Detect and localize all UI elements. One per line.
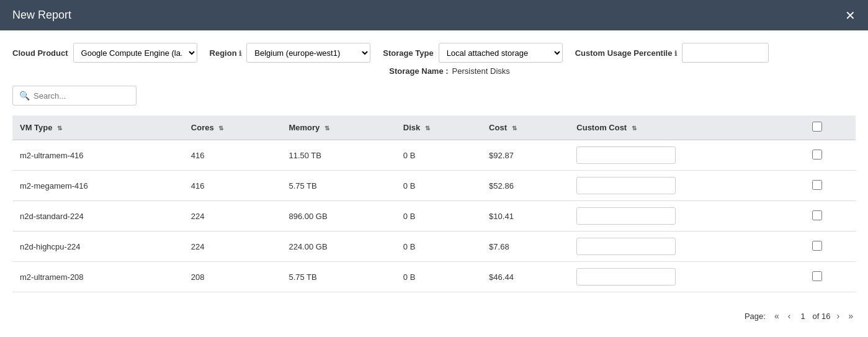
cell-disk: 0 B xyxy=(396,140,481,171)
search-box: 🔍 xyxy=(12,86,136,106)
storage-type-label: Storage Type xyxy=(383,48,433,58)
col-disk: Disk ⇅ xyxy=(396,115,481,140)
cell-memory: 5.75 TB xyxy=(281,171,395,201)
disk-sort-icon[interactable]: ⇅ xyxy=(425,125,430,132)
custom-cost-input-0[interactable] xyxy=(576,146,676,164)
custom-cost-input-1[interactable] xyxy=(576,177,676,194)
col-vm-type: VM Type ⇅ xyxy=(12,115,184,140)
cell-custom-cost xyxy=(569,171,804,201)
first-page-button[interactable]: « xyxy=(772,310,782,322)
col-custom-cost: Custom Cost ⇅ xyxy=(569,115,804,140)
last-page-button[interactable]: » xyxy=(846,310,856,322)
table-row: m2-ultramem-208 208 5.75 TB 0 B $46.44 xyxy=(12,262,856,292)
cloud-product-select[interactable]: Google Compute Engine (la... xyxy=(73,43,197,63)
new-report-modal: New Report ✕ Cloud Product Google Comput… xyxy=(0,0,868,337)
cloud-product-label: Cloud Product xyxy=(12,48,68,58)
memory-sort-icon[interactable]: ⇅ xyxy=(324,125,329,132)
cell-checkbox xyxy=(805,231,856,262)
row-checkbox-1[interactable] xyxy=(812,180,822,190)
cell-memory: 896.00 GB xyxy=(281,201,395,231)
cell-memory: 11.50 TB xyxy=(281,140,395,171)
cloud-product-filter: Cloud Product Google Compute Engine (la.… xyxy=(12,43,197,63)
next-page-button[interactable]: › xyxy=(834,310,843,322)
storage-name-value: Persistent Disks xyxy=(452,66,510,76)
cell-cost: $7.68 xyxy=(481,231,569,262)
cell-cores: 224 xyxy=(184,201,282,231)
cell-checkbox xyxy=(805,262,856,292)
col-cores: Cores ⇅ xyxy=(184,115,282,140)
cell-memory: 224.00 GB xyxy=(281,231,395,262)
vm-type-sort-icon[interactable]: ⇅ xyxy=(57,125,62,132)
table-body: m2-ultramem-416 416 11.50 TB 0 B $92.87 … xyxy=(12,140,856,292)
cell-checkbox xyxy=(805,140,856,171)
filters-section: Cloud Product Google Compute Engine (la.… xyxy=(12,43,856,76)
row-checkbox-0[interactable] xyxy=(812,150,822,160)
cell-cores: 416 xyxy=(184,140,282,171)
region-filter: Region ℹ Belgium (europe-west1) xyxy=(210,43,371,63)
close-button[interactable]: ✕ xyxy=(845,9,856,22)
cell-disk: 0 B xyxy=(396,231,481,262)
search-icon: 🔍 xyxy=(19,91,30,101)
custom-percentile-info-icon[interactable]: ℹ xyxy=(674,50,677,57)
search-input[interactable] xyxy=(34,91,130,101)
cores-sort-icon[interactable]: ⇅ xyxy=(218,125,223,132)
prev-page-button[interactable]: ‹ xyxy=(785,310,794,322)
cell-cores: 416 xyxy=(184,171,282,201)
cell-custom-cost xyxy=(569,231,804,262)
table-row: m2-megamem-416 416 5.75 TB 0 B $52.86 xyxy=(12,171,856,201)
storage-type-filter: Storage Type Local attached storage xyxy=(383,43,562,63)
cost-sort-icon[interactable]: ⇅ xyxy=(512,125,517,132)
table-row: n2d-highcpu-224 224 224.00 GB 0 B $7.68 xyxy=(12,231,856,262)
modal-title: New Report xyxy=(12,9,71,22)
cell-checkbox xyxy=(805,201,856,231)
table-header-row: VM Type ⇅ Cores ⇅ Memory ⇅ Disk xyxy=(12,115,856,140)
col-cost: Cost ⇅ xyxy=(481,115,569,140)
region-select[interactable]: Belgium (europe-west1) xyxy=(246,43,370,63)
search-row: 🔍 xyxy=(12,86,856,106)
cell-checkbox xyxy=(805,171,856,201)
custom-percentile-filter: Custom Usage Percentile ℹ xyxy=(575,43,769,63)
vm-table-container: VM Type ⇅ Cores ⇅ Memory ⇅ Disk xyxy=(12,115,856,292)
cell-cost: $92.87 xyxy=(481,140,569,171)
storage-section: Storage Type Local attached storage Stor… xyxy=(383,43,562,76)
cell-vm-type: n2d-highcpu-224 xyxy=(12,231,184,262)
row-checkbox-4[interactable] xyxy=(812,271,822,281)
select-all-checkbox[interactable] xyxy=(812,122,822,132)
custom-percentile-label: Custom Usage Percentile ℹ xyxy=(575,48,677,58)
cell-cost: $52.86 xyxy=(481,171,569,201)
vm-table: VM Type ⇅ Cores ⇅ Memory ⇅ Disk xyxy=(12,115,856,292)
cell-disk: 0 B xyxy=(396,262,481,292)
modal-body: Cloud Product Google Compute Engine (la.… xyxy=(0,30,868,337)
custom-cost-sort-icon[interactable]: ⇅ xyxy=(632,125,637,132)
region-label: Region ℹ xyxy=(210,48,242,58)
custom-cost-input-2[interactable] xyxy=(576,207,676,225)
storage-type-select[interactable]: Local attached storage xyxy=(439,43,563,63)
page-label: Page: xyxy=(745,312,766,321)
table-row: n2d-standard-224 224 896.00 GB 0 B $10.4… xyxy=(12,201,856,231)
row-checkbox-3[interactable] xyxy=(812,241,822,251)
page-total: of 16 xyxy=(813,312,831,321)
cell-custom-cost xyxy=(569,262,804,292)
col-memory: Memory ⇅ xyxy=(281,115,395,140)
cell-vm-type: m2-ultramem-208 xyxy=(12,262,184,292)
custom-cost-input-3[interactable] xyxy=(576,238,676,255)
cell-custom-cost xyxy=(569,140,804,171)
row-checkbox-2[interactable] xyxy=(812,210,822,220)
cell-cores: 208 xyxy=(184,262,282,292)
custom-cost-input-4[interactable] xyxy=(576,268,676,285)
cell-vm-type: n2d-standard-224 xyxy=(12,201,184,231)
modal-header: New Report ✕ xyxy=(0,0,868,30)
cell-memory: 5.75 TB xyxy=(281,262,395,292)
region-info-icon[interactable]: ℹ xyxy=(239,50,241,57)
table-row: m2-ultramem-416 416 11.50 TB 0 B $92.87 xyxy=(12,140,856,171)
storage-name-label: Storage Name : xyxy=(389,66,448,76)
current-page: 1 xyxy=(797,312,808,321)
cell-custom-cost xyxy=(569,201,804,231)
col-select-all xyxy=(805,115,856,140)
cell-vm-type: m2-megamem-416 xyxy=(12,171,184,201)
cell-disk: 0 B xyxy=(396,201,481,231)
cell-vm-type: m2-ultramem-416 xyxy=(12,140,184,171)
custom-percentile-input[interactable] xyxy=(682,43,769,63)
cell-cores: 224 xyxy=(184,231,282,262)
cell-cost: $10.41 xyxy=(481,201,569,231)
